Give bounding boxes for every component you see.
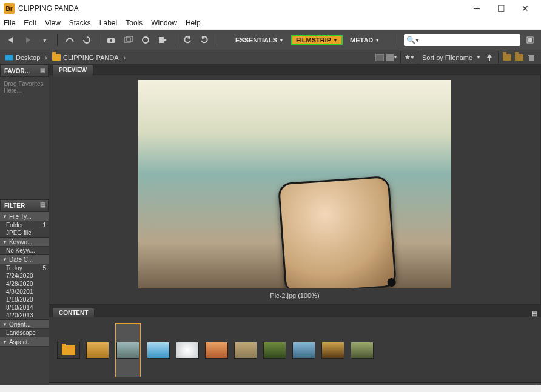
disclosure-triangle-icon: ▼ [2, 339, 7, 345]
content-panel-tab[interactable]: CONTENT [52, 308, 95, 317]
content-panel: CONTENT ▤ [49, 305, 541, 382]
folder-icon [52, 54, 61, 61]
trash-icon[interactable] [525, 52, 537, 63]
menu-stacks[interactable]: Stacks [69, 19, 91, 27]
minimize-button[interactable]: ─ [465, 1, 489, 16]
new-folder-icon[interactable] [501, 52, 513, 63]
nav-forward-button[interactable] [21, 33, 35, 47]
sort-dropdown-icon[interactable]: ▼ [474, 55, 483, 60]
titlebar: Br CLIPPING PANDA ─ ☐ ✕ [0, 0, 541, 17]
filter-panel-tab[interactable]: FILTER▤ [0, 199, 49, 211]
filter-row[interactable]: Landscape [0, 329, 49, 337]
workspace-filmstrip[interactable]: FILMSTRIP▼ [291, 35, 343, 45]
svg-rect-10 [529, 56, 534, 61]
preview-area[interactable]: Pic-2.jpg (100%) [49, 75, 541, 305]
filter-row[interactable]: 1/18/2020 [0, 296, 49, 304]
filter-row[interactable]: 7/24/2020 [0, 272, 49, 280]
filter-row[interactable]: No Keyw... [0, 247, 49, 254]
recent-dropdown[interactable]: ▾ [38, 33, 52, 47]
desktop-icon [5, 55, 13, 61]
separator [395, 34, 395, 46]
breadcrumb-separator: › [120, 54, 130, 61]
search-input[interactable] [419, 36, 518, 44]
thumbnail-image[interactable] [147, 342, 170, 359]
favorites-panel-body[interactable]: Drag Favorites Here... [0, 77, 49, 199]
thumbnail-image[interactable] [86, 342, 109, 359]
panel-menu-icon[interactable]: ▤ [40, 67, 45, 73]
filter-row[interactable]: JPEG file [0, 229, 49, 237]
filter-section-header[interactable]: ▼File Ty... [0, 211, 49, 221]
svg-rect-11 [528, 55, 534, 56]
thumbnail-image[interactable] [116, 342, 139, 359]
thumbnail-image[interactable] [351, 342, 374, 359]
loupe-magnifier[interactable] [278, 176, 397, 288]
menu-tools[interactable]: Tools [126, 19, 143, 27]
toolbar: ▾ ESSENTIALS▼ FILMSTRIP▼ METAD▼ 🔍▾ [0, 30, 541, 50]
thumbnail-folder[interactable] [57, 342, 80, 359]
rotate-cw-icon[interactable] [197, 33, 212, 47]
filter-row[interactable]: 4/8/20201 [0, 288, 49, 296]
thumbnail-image[interactable] [176, 342, 199, 359]
thumbnail-selected[interactable] [115, 323, 141, 377]
preview-image[interactable] [138, 80, 451, 288]
thumbnail-image[interactable] [292, 342, 315, 359]
svg-rect-8 [375, 54, 384, 61]
workspace-metadata[interactable]: METAD▼ [345, 35, 385, 45]
sort-label[interactable]: Sort by Filename [421, 54, 474, 61]
thumbnail-quality-dropdown[interactable] [386, 52, 398, 63]
sort-direction-icon[interactable] [483, 52, 496, 63]
svg-point-1 [110, 39, 112, 42]
menu-edit[interactable]: Edit [24, 19, 36, 27]
filter-star-icon[interactable]: ★▾ [403, 52, 415, 63]
favorites-panel-tab[interactable]: FAVOR...▤ [0, 65, 49, 77]
panel-menu-icon[interactable]: ▤ [531, 310, 537, 317]
maximize-button[interactable]: ☐ [489, 1, 513, 16]
content-tabs-row: CONTENT ▤ [49, 305, 541, 317]
menu-help[interactable]: Help [186, 19, 201, 27]
compact-mode-icon[interactable] [523, 33, 537, 47]
refine-icon[interactable] [121, 33, 136, 47]
preview-tabs-row: PREVIEW [49, 65, 541, 75]
filter-row[interactable]: 4/28/2020 [0, 280, 49, 288]
open-camera-raw-icon[interactable] [138, 33, 153, 47]
search-box[interactable]: 🔍▾ [404, 34, 520, 46]
filter-row[interactable]: 4/20/2013 [0, 311, 49, 319]
panel-menu-icon[interactable]: ▤ [40, 201, 45, 208]
close-button[interactable]: ✕ [513, 1, 537, 16]
nav-back-button[interactable] [4, 33, 18, 47]
thumbnail-image[interactable] [205, 342, 228, 359]
separator [418, 51, 418, 64]
app-badge: Br [4, 3, 15, 14]
filter-section-header[interactable]: ▼Aspect... [0, 337, 49, 347]
thumbnail-image[interactable] [321, 342, 344, 359]
content-strip[interactable] [49, 317, 541, 382]
preview-panel-tab[interactable]: PREVIEW [52, 65, 93, 75]
workspace-essentials[interactable]: ESSENTIALS▼ [230, 35, 289, 45]
preview-caption: Pic-2.jpg (100%) [270, 292, 319, 299]
reveal-icon[interactable] [79, 33, 94, 47]
get-photos-icon[interactable] [104, 33, 119, 47]
open-recent-icon[interactable] [513, 52, 525, 63]
filter-row[interactable]: Today5 [0, 264, 49, 272]
disclosure-triangle-icon: ▼ [2, 322, 7, 327]
separator [498, 51, 499, 64]
filter-section-header[interactable]: ▼Date C... [0, 254, 49, 264]
breadcrumb-desktop[interactable]: Desktop [4, 54, 41, 61]
breadcrumb-folder[interactable]: CLIPPING PANDA [51, 54, 120, 61]
rotate-ccw-icon[interactable] [180, 33, 195, 47]
menu-window[interactable]: Window [151, 19, 177, 27]
thumbnail-image[interactable] [263, 342, 286, 359]
filter-row[interactable]: Folder1 [0, 221, 49, 229]
thumbnail-quality-icon[interactable] [374, 52, 386, 63]
filter-section-header[interactable]: ▼Orient... [0, 319, 49, 329]
output-icon[interactable] [155, 33, 170, 47]
filter-row[interactable]: 8/10/2014 [0, 304, 49, 311]
menu-view[interactable]: View [45, 19, 61, 27]
thumbnail-image[interactable] [234, 342, 257, 359]
menubar: File Edit View Stacks Label Tools Window… [0, 17, 541, 30]
menu-file[interactable]: File [4, 19, 15, 27]
filter-section-header[interactable]: ▼Keywo... [0, 237, 49, 247]
window-status-strip [0, 385, 541, 392]
menu-label[interactable]: Label [99, 19, 117, 27]
boomerang-icon[interactable] [62, 33, 77, 47]
